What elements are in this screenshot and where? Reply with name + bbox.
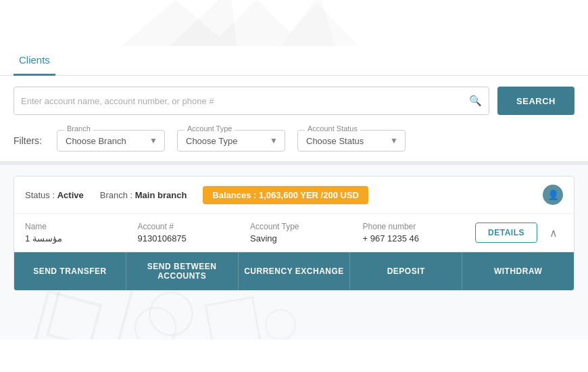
main-container: Clients 🔍 SEARCH Filters: Branch Choose … [0, 0, 588, 372]
details-button[interactable]: DETAILS [475, 223, 537, 243]
status-label: Status : Active [25, 190, 84, 200]
filters-section: Filters: Branch Choose Branch ▼ Account … [0, 124, 588, 165]
name-col: Name مؤسسة 1 [25, 222, 138, 243]
svg-rect-5 [205, 297, 260, 340]
status-value: Active [57, 190, 84, 200]
account-status-filter-label: Account Status [305, 124, 360, 133]
account-details-row: Name مؤسسة 1 Account # 9130106875 Accoun… [14, 214, 574, 252]
account-type-col-label: Account Type [250, 222, 363, 231]
name-col-value: مؤسسة 1 [25, 233, 138, 243]
balance-value: 1,063,600 YER /200 USD [259, 190, 359, 200]
search-icon[interactable]: 🔍 [469, 95, 482, 107]
branch-filter-label: Branch [64, 124, 93, 133]
avatar: 👤 [543, 185, 563, 205]
svg-point-4 [135, 308, 176, 340]
account-status-filter-value: Choose Status [306, 136, 364, 146]
account-card-header: Status : Active Branch : Main branch Bal… [14, 177, 574, 214]
account-type-arrow-icon: ▼ [270, 136, 278, 145]
branch-value: Main branch [135, 190, 187, 200]
send-transfer-button[interactable]: SEND TRANSFER [14, 252, 126, 290]
phone-col-label: Phone number [363, 222, 476, 231]
balance-badge: Balances : 1,063,600 YER /200 USD [203, 186, 368, 204]
top-decorative-band [0, 0, 588, 46]
deposit-button[interactable]: DEPOSIT [350, 252, 462, 290]
account-card: Status : Active Branch : Main branch Bal… [14, 176, 574, 291]
collapse-button[interactable]: ∧ [544, 224, 563, 242]
svg-marker-2 [277, 3, 358, 46]
account-type-filter-value: Choose Type [186, 136, 237, 146]
branch-label: Branch : Main branch [100, 190, 187, 200]
phone-col: Phone number + 967 1235 46 [363, 222, 476, 243]
name-col-label: Name [25, 222, 138, 231]
branch-arrow-icon: ▼ [149, 136, 157, 145]
send-between-accounts-button[interactable]: SEND BETWEEN ACCOUNTS [126, 252, 239, 290]
search-button[interactable]: SEARCH [497, 87, 574, 115]
search-input-wrapper: 🔍 [14, 87, 489, 115]
results-area: Status : Active Branch : Main branch Bal… [0, 165, 588, 291]
account-num-col-label: Account # [138, 222, 251, 231]
account-type-col: Account Type Saving [250, 222, 363, 243]
account-num-col: Account # 9130106875 [138, 222, 251, 243]
account-status-filter[interactable]: Account Status Choose Status ▼ [297, 130, 406, 152]
account-type-filter[interactable]: Account Type Choose Type ▼ [177, 130, 285, 152]
filters-label: Filters: [14, 135, 42, 146]
branch-filter-value: Choose Branch [66, 136, 126, 146]
search-section: 🔍 SEARCH [0, 76, 588, 124]
branch-filter[interactable]: Branch Choose Branch ▼ [57, 130, 165, 152]
account-type-filter-label: Account Type [185, 124, 235, 133]
tab-clients[interactable]: Clients [14, 46, 55, 76]
tabs-bar: Clients [0, 46, 588, 76]
bottom-decorative-band [0, 291, 588, 340]
currency-exchange-button[interactable]: CURRENCY EXCHANGE [239, 252, 351, 290]
account-type-col-value: Saving [250, 233, 363, 243]
svg-marker-1 [210, 0, 304, 46]
phone-col-value: + 967 1235 46 [363, 233, 476, 243]
account-num-col-value: 9130106875 [138, 233, 251, 243]
svg-rect-3 [34, 292, 101, 340]
search-input[interactable] [21, 96, 465, 106]
withdraw-button[interactable]: WITHDRAW [462, 252, 574, 290]
detail-col-actions: DETAILS ∧ [475, 223, 563, 243]
action-buttons: SEND TRANSFER SEND BETWEEN ACCOUNTS CURR… [14, 252, 574, 290]
svg-point-6 [266, 310, 295, 340]
account-status-arrow-icon: ▼ [390, 136, 398, 145]
svg-marker-0 [122, 0, 230, 46]
